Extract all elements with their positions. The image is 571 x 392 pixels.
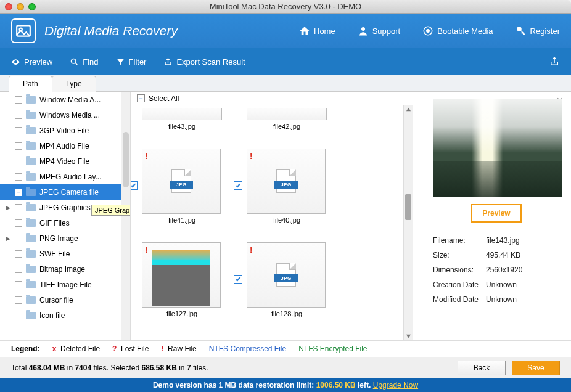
footer-left: left.: [356, 381, 373, 390]
tree-checkbox[interactable]: [15, 189, 22, 196]
tab-path[interactable]: Path: [9, 76, 52, 92]
thumb-item[interactable]: ! JPG file128.jpg: [247, 242, 327, 317]
tree-item[interactable]: Windows Media ...: [0, 107, 130, 123]
back-button[interactable]: Back: [458, 361, 506, 375]
raw-flag-icon: !: [250, 152, 252, 161]
expand-arrow-icon[interactable]: ▶: [5, 205, 11, 211]
tree-checkbox[interactable]: [15, 173, 22, 181]
tree-checkbox[interactable]: [15, 127, 22, 134]
folder-icon: [26, 266, 36, 273]
eye-icon: [11, 57, 20, 67]
tree-item-label: PNG Image: [39, 234, 78, 243]
tree-item[interactable]: JPEG Camera file: [0, 184, 130, 200]
tree-item[interactable]: SWF File: [0, 246, 130, 261]
tree-scrollbar[interactable]: [121, 92, 130, 340]
thumbnail-grid: Select All file43.jpg file42.jpg ! JPG f…: [131, 92, 413, 340]
nav-home[interactable]: Home: [299, 25, 335, 36]
footer-limit: 1006.50 KB: [316, 381, 356, 390]
tree-checkbox[interactable]: [15, 158, 22, 165]
app-header: Digital Media Recovery Home Support Boot…: [0, 14, 571, 48]
tree-item[interactable]: 3GP Video File: [0, 123, 130, 138]
tab-type[interactable]: Type: [52, 76, 96, 92]
tree-checkbox[interactable]: [15, 112, 22, 119]
thumb-checkbox[interactable]: [131, 181, 138, 190]
status-text: Total 468.04 MB in 7404 files. Selected …: [11, 364, 208, 372]
legend-raw: Raw File: [168, 345, 197, 353]
tree-item-label: Cursor file: [39, 296, 73, 304]
tabs-row: Path Type: [0, 75, 571, 92]
tree-item[interactable]: Window Media A...: [0, 92, 130, 107]
meta-value: file143.jpg: [486, 236, 520, 245]
grid-scrollbar[interactable]: [403, 105, 413, 340]
tree-checkbox[interactable]: [15, 250, 22, 258]
tree-checkbox[interactable]: [15, 266, 22, 273]
export-icon: [163, 57, 173, 67]
thumb-checkbox[interactable]: [234, 275, 242, 284]
share-icon[interactable]: [549, 56, 560, 67]
grid-scrollbar-thumb[interactable]: [405, 194, 411, 220]
tree-item-label: MP4 Audio File: [39, 142, 89, 150]
tree-checkbox[interactable]: [15, 204, 22, 211]
tool-export[interactable]: Export Scan Result: [163, 57, 245, 67]
select-all-row[interactable]: Select All: [131, 92, 413, 105]
thumb-item[interactable]: ! JPG file40.jpg: [247, 149, 327, 224]
tree-checkbox[interactable]: [15, 281, 22, 288]
support-icon: [358, 25, 369, 36]
tree-item-label: MP4 Video File: [39, 157, 89, 166]
tree-item[interactable]: Bitmap Image: [0, 261, 130, 277]
thumb-item[interactable]: ! JPG file41.jpg: [142, 149, 222, 224]
thumb-item[interactable]: file42.jpg: [247, 108, 327, 130]
legend-bar: Legend: x Deleted File ? Lost File ! Raw…: [0, 340, 571, 357]
tree-checkbox[interactable]: [15, 296, 22, 304]
tool-find[interactable]: Find: [70, 57, 98, 67]
folder-icon: [26, 281, 36, 288]
raw-mark-icon: !: [161, 345, 163, 353]
save-button[interactable]: Save: [512, 361, 560, 375]
nav-support[interactable]: Support: [358, 25, 401, 36]
thumb-item[interactable]: file43.jpg: [142, 108, 222, 130]
expand-arrow-icon[interactable]: ▶: [5, 235, 11, 242]
tree-checkbox[interactable]: [15, 96, 22, 104]
tree-item[interactable]: MP4 Video File: [0, 153, 130, 169]
tool-filter-label: Filter: [129, 57, 147, 67]
tree-checkbox[interactable]: [15, 219, 22, 227]
key-icon: [516, 25, 527, 36]
tree-item[interactable]: TIFF Image File: [0, 277, 130, 292]
preview-button[interactable]: Preview: [471, 204, 521, 223]
folder-icon: [26, 96, 36, 104]
tool-filter[interactable]: Filter: [116, 57, 147, 67]
tree-scrollbar-thumb[interactable]: [123, 132, 129, 187]
image-icon: [15, 23, 31, 39]
nav-bootable[interactable]: Bootable Media: [422, 25, 493, 36]
select-all-label: Select All: [149, 94, 179, 103]
preview-pane: ✕ Preview Filename:file143.jpg Size:495.…: [413, 92, 571, 340]
tree-checkbox[interactable]: [15, 235, 22, 242]
tree-item[interactable]: MP4 Audio File: [0, 138, 130, 153]
demo-footer: Demo version has 1 MB data restoration l…: [0, 378, 571, 392]
thumb-label: file41.jpg: [142, 216, 222, 224]
legend-lost: Lost File: [121, 345, 149, 353]
thumb-label: file42.jpg: [247, 123, 327, 130]
scroll-up-icon[interactable]: [406, 107, 411, 112]
tree-checkbox[interactable]: [15, 312, 22, 319]
tree-item[interactable]: Icon file: [0, 308, 130, 323]
tool-preview[interactable]: Preview: [11, 57, 52, 67]
thumb-checkbox[interactable]: [234, 181, 242, 190]
scroll-down-icon[interactable]: [406, 333, 411, 339]
status-bar: Total 468.04 MB in 7404 files. Selected …: [0, 357, 571, 378]
legend-enc: NTFS Encrypted File: [298, 345, 367, 353]
tree-item[interactable]: Cursor file: [0, 292, 130, 308]
tree-item-label: Icon file: [39, 311, 65, 320]
tree-item[interactable]: GIF Files: [0, 215, 130, 231]
select-all-checkbox[interactable]: [137, 94, 145, 102]
upgrade-link[interactable]: Upgrade Now: [373, 381, 418, 390]
tree-checkbox[interactable]: [15, 142, 22, 150]
meta-value: Unknown: [486, 280, 517, 289]
thumb-item[interactable]: ! file127.jpg: [142, 242, 222, 317]
tree-item[interactable]: ▶PNG Image: [0, 231, 130, 246]
nav-register[interactable]: Register: [516, 25, 560, 36]
thumb-label: file128.jpg: [247, 310, 327, 317]
folder-icon: [26, 219, 36, 227]
toolbar: Preview Find Filter Export Scan Result: [0, 48, 571, 75]
tree-item[interactable]: MPEG Audio Lay...: [0, 169, 130, 184]
